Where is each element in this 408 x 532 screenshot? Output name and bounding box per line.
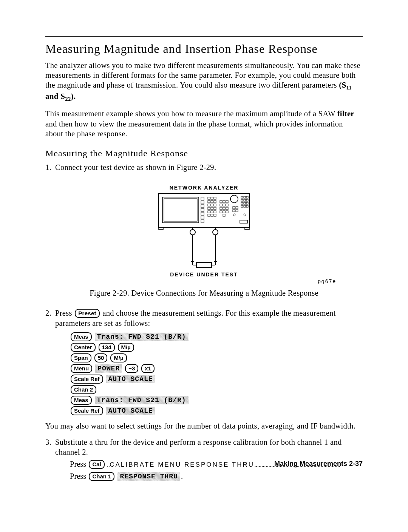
svg-rect-35: [226, 204, 228, 206]
val-134-key: 134: [99, 343, 115, 352]
horizontal-rule: [45, 36, 363, 37]
svg-rect-54: [244, 205, 246, 207]
step-text: Press Preset and choose the measurement …: [55, 308, 363, 328]
text: and then how to view the measurement dat…: [45, 120, 343, 138]
meas-key: Meas: [71, 396, 92, 405]
svg-rect-25: [211, 211, 213, 213]
svg-rect-40: [223, 211, 225, 213]
chan2-key: Chan 2: [71, 385, 96, 394]
svg-rect-29: [214, 214, 216, 216]
svg-rect-10: [201, 216, 204, 219]
x1-key: x1: [141, 364, 155, 373]
softkey-autoscale: AUTO SCALE: [106, 407, 155, 415]
svg-rect-36: [220, 207, 222, 210]
softkey-power: POWER: [95, 364, 122, 373]
svg-rect-22: [211, 207, 213, 210]
bold-word: filter: [337, 109, 354, 118]
svg-rect-11: [201, 220, 204, 223]
step-text: Substitute a thru for the device and per…: [55, 437, 363, 457]
intro-paragraph-2: This measurement example shows you how t…: [45, 109, 363, 139]
center-key: Center: [71, 343, 96, 352]
step-text: Connect your test device as shown in Fig…: [55, 162, 363, 173]
text: The analyzer allows you to make two diff…: [45, 61, 360, 89]
svg-rect-45: [244, 196, 246, 198]
svg-rect-46: [246, 196, 248, 198]
softkey-response-thru: RESPONSE THRU: [117, 472, 180, 481]
subscript: 11: [346, 85, 352, 91]
step-1: 1. Connect your test device as shown in …: [45, 162, 363, 173]
step2-note: You may also want to select settings for…: [45, 421, 363, 431]
text: Press: [70, 460, 88, 468]
svg-rect-20: [214, 204, 216, 206]
svg-rect-13: [211, 197, 213, 199]
svg-rect-34: [223, 204, 225, 206]
svg-point-65: [213, 230, 218, 235]
val-50-key: 50: [94, 353, 108, 362]
svg-point-60: [233, 214, 235, 216]
svg-rect-62: [240, 220, 247, 223]
svg-rect-4: [164, 199, 197, 221]
svg-point-63: [190, 230, 195, 235]
step-number: 1.: [45, 162, 55, 173]
svg-rect-17: [214, 200, 216, 203]
mu-key: M/µ: [118, 343, 134, 352]
svg-point-43: [230, 195, 238, 203]
svg-rect-57: [236, 207, 238, 209]
text: Press: [55, 309, 74, 317]
softkey-autoscale: AUTO SCALE: [106, 375, 155, 383]
cal-key: Cal: [89, 460, 104, 469]
steps-list-2: 2. Press Preset and choose the measureme…: [45, 308, 363, 328]
section-title: Measuring Magnitude and Insertion Phase …: [45, 42, 363, 56]
mu-key: M/µ: [110, 353, 127, 362]
svg-rect-23: [214, 207, 216, 210]
svg-rect-59: [236, 210, 238, 212]
svg-rect-21: [208, 207, 210, 210]
figure-caption: Figure 2-29. Device Connections for Meas…: [45, 289, 363, 298]
svg-rect-8: [201, 208, 204, 211]
meas-key: Meas: [71, 332, 92, 341]
period: .: [181, 472, 183, 480]
seq-row-5: Scale Ref AUTO SCALE: [70, 374, 363, 384]
svg-rect-32: [226, 200, 228, 203]
svg-rect-12: [208, 197, 210, 199]
svg-rect-51: [244, 202, 246, 204]
dut-label: DEVICE UNDER TEST: [170, 271, 238, 278]
menu-key: Menu: [71, 364, 92, 373]
seq-row-3: Span 50 M/µ: [70, 353, 363, 363]
analyzer-label: NETWORK ANALYZER: [170, 185, 239, 191]
scaleref-key: Scale Ref: [71, 375, 103, 384]
document-page: Measuring Magnitude and Insertion Phase …: [0, 0, 408, 532]
svg-rect-6: [201, 201, 204, 204]
text: ).: [71, 92, 76, 101]
svg-rect-49: [246, 199, 248, 201]
svg-rect-41: [226, 211, 228, 213]
svg-rect-48: [244, 199, 246, 201]
steps-list-3: 3. Substitute a thru for the device and …: [45, 437, 363, 457]
page-footer: Making Measurements 2-37: [274, 460, 363, 468]
softkey-trans: Trans: FWD S21 (B/R): [95, 333, 189, 341]
svg-rect-39: [220, 211, 222, 213]
step-3: 3. Substitute a thru for the device and …: [45, 437, 363, 457]
svg-rect-42: [223, 214, 225, 216]
subscript: 22: [65, 96, 71, 102]
svg-rect-55: [246, 205, 248, 207]
svg-rect-28: [211, 214, 213, 216]
svg-rect-18: [208, 204, 210, 206]
svg-rect-31: [223, 200, 225, 203]
svg-rect-7: [201, 205, 204, 208]
minus3-key: −3: [125, 364, 138, 373]
key-sequence: Meas Trans: FWD S21 (B/R) Center 134 M/µ…: [70, 332, 363, 416]
seq-row-2: Center 134 M/µ: [70, 342, 363, 352]
chan1-key: Chan 1: [89, 472, 114, 481]
figure-tag: pg67e: [318, 278, 336, 284]
step3-line2: Press Chan 1 RESPONSE THRU.: [70, 472, 363, 481]
subsection-title: Measuring the Magnitude Response: [45, 148, 363, 159]
seq-row-8: Scale Ref AUTO SCALE: [70, 406, 363, 416]
svg-rect-9: [201, 212, 204, 215]
text: Press: [70, 472, 88, 480]
svg-rect-15: [208, 200, 210, 203]
svg-rect-30: [220, 200, 222, 203]
svg-rect-5: [201, 197, 204, 200]
seq-row-4: Menu POWER −3 x1: [70, 364, 363, 373]
svg-rect-50: [241, 202, 243, 204]
